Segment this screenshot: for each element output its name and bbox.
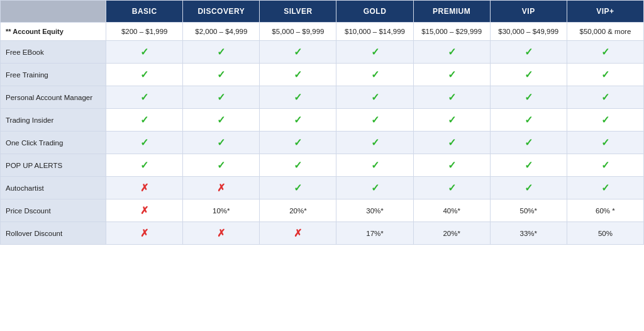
cell-value: 30%* <box>336 199 413 222</box>
table-row: Autochartist✗✗✓✓✓✓✓ <box>1 177 644 199</box>
check-icon: ✓ <box>601 160 609 171</box>
cell-value: ✓ <box>106 64 183 86</box>
cell-value: $200 – $1,999 <box>106 23 183 41</box>
cell-value: 60% * <box>567 199 643 222</box>
check-icon: ✓ <box>294 92 302 103</box>
cell-value: ✓ <box>336 109 413 132</box>
check-icon: ✓ <box>294 47 302 57</box>
check-icon: ✓ <box>140 69 148 80</box>
check-icon: ✓ <box>601 92 609 103</box>
equity-value: $5,000 – $9,999 <box>272 28 324 35</box>
cell-value: ✓ <box>183 154 260 177</box>
cell-value: ✗ <box>106 222 183 245</box>
cell-value: ✓ <box>413 64 490 86</box>
cell-value: $50,000 & more <box>567 23 643 41</box>
header-row: BASICDISCOVERYSILVERGOLDPremiumVIPVIP+ <box>1 1 644 23</box>
cell-value: ✓ <box>413 154 490 177</box>
check-icon: ✓ <box>601 69 609 80</box>
tier-header-basic: BASIC <box>106 1 183 23</box>
cell-value: ✓ <box>567 132 643 154</box>
equity-value: $15,000 – $29,999 <box>421 28 482 35</box>
check-icon: ✓ <box>601 182 609 193</box>
tier-header-premium: Premium <box>413 1 490 23</box>
check-icon: ✓ <box>371 69 379 80</box>
check-icon: ✓ <box>217 115 225 125</box>
cell-value: ✓ <box>490 64 567 86</box>
cell-value: ✓ <box>183 132 260 154</box>
cell-value: $30,000 – $49,999 <box>490 23 567 41</box>
feature-label: Free EBook <box>1 41 106 64</box>
cell-value: ✓ <box>567 64 643 86</box>
table-row: Rollover Discount✗✗✗17%*20%*33%*50% <box>1 222 644 245</box>
cross-icon: ✗ <box>294 228 302 238</box>
check-icon: ✓ <box>217 137 225 148</box>
feature-label: POP UP ALERTS <box>1 154 106 177</box>
cell-value: ✓ <box>260 109 336 132</box>
check-icon: ✓ <box>601 137 609 148</box>
check-icon: ✓ <box>294 137 302 148</box>
cross-icon: ✗ <box>217 182 225 193</box>
feature-label: ** Account Equity <box>1 23 106 41</box>
table-row: Personal Account Manager✓✓✓✓✓✓✓ <box>1 86 644 109</box>
check-icon: ✓ <box>525 92 533 103</box>
cell-value: ✓ <box>413 41 490 64</box>
cell-value: 20%* <box>260 199 336 222</box>
discount-value: 33%* <box>520 230 538 237</box>
check-icon: ✓ <box>371 92 379 103</box>
discount-value: 60% * <box>596 207 615 215</box>
table-row: POP UP ALERTS✓✓✓✓✓✓✓ <box>1 154 644 177</box>
cell-value: ✓ <box>567 86 643 109</box>
check-icon: ✓ <box>371 160 379 171</box>
discount-value: 20%* <box>443 230 460 237</box>
cell-value: ✓ <box>413 109 490 132</box>
cell-value: ✗ <box>260 222 336 245</box>
cell-value: ✓ <box>183 41 260 64</box>
check-icon: ✓ <box>140 137 148 148</box>
check-icon: ✓ <box>371 115 379 125</box>
discount-value: 50% <box>598 230 613 237</box>
cell-value: ✓ <box>490 177 567 199</box>
tier-header-vip: VIP <box>490 1 567 23</box>
table-row: One Click Trading✓✓✓✓✓✓✓ <box>1 132 644 154</box>
cell-value: ✓ <box>183 86 260 109</box>
cell-value: ✓ <box>490 132 567 154</box>
discount-value: 17%* <box>366 230 384 237</box>
feature-label: Price Dscount <box>1 199 106 222</box>
cell-value: 50% <box>567 222 643 245</box>
cell-value: 20%* <box>413 222 490 245</box>
check-icon: ✓ <box>371 47 379 57</box>
feature-label: Trading Insider <box>1 109 106 132</box>
cell-value: ✓ <box>490 154 567 177</box>
cell-value: ✓ <box>106 154 183 177</box>
cell-value: 17%* <box>336 222 413 245</box>
check-icon: ✓ <box>525 182 533 193</box>
cell-value: ✓ <box>106 86 183 109</box>
equity-value: $30,000 – $49,999 <box>498 28 558 35</box>
feature-label: Personal Account Manager <box>1 86 106 109</box>
table-row: Trading Insider✓✓✓✓✓✓✓ <box>1 109 644 132</box>
cell-value: ✗ <box>106 177 183 199</box>
cell-value: $2,000 – $4,999 <box>183 23 260 41</box>
cell-value: ✓ <box>336 132 413 154</box>
check-icon: ✓ <box>294 115 302 125</box>
check-icon: ✓ <box>294 182 302 193</box>
check-icon: ✓ <box>525 160 533 171</box>
cross-icon: ✗ <box>217 228 225 238</box>
discount-value: 30%* <box>366 207 384 215</box>
cell-value: $5,000 – $9,999 <box>260 23 336 41</box>
cell-value: ✓ <box>106 132 183 154</box>
cell-value: 40%* <box>413 199 490 222</box>
cell-value: ✓ <box>183 64 260 86</box>
cell-value: ✗ <box>106 199 183 222</box>
table-row: ** Account Equity$200 – $1,999$2,000 – $… <box>1 23 644 41</box>
check-icon: ✓ <box>448 69 456 80</box>
tier-header-gold: GOLD <box>336 1 413 23</box>
equity-value: $2,000 – $4,999 <box>195 28 247 35</box>
check-icon: ✓ <box>525 69 533 80</box>
check-icon: ✓ <box>371 137 379 148</box>
cell-value: ✓ <box>490 109 567 132</box>
feature-label: One Click Trading <box>1 132 106 154</box>
check-icon: ✓ <box>294 69 302 80</box>
check-icon: ✓ <box>601 115 609 125</box>
cell-value: ✓ <box>413 86 490 109</box>
